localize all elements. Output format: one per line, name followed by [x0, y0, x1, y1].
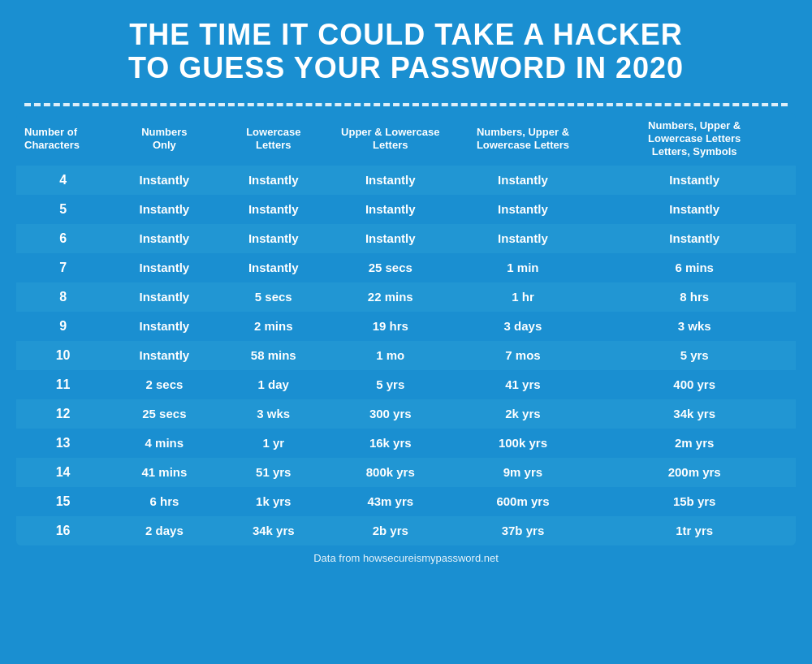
- table-row: 10Instantly58 mins1 mo7 mos5 yrs: [16, 341, 796, 370]
- time-cell: 15b yrs: [593, 487, 796, 516]
- col-header-upper-lower: Upper & LowercaseLetters: [328, 113, 453, 166]
- time-cell: 1 day: [219, 370, 328, 399]
- time-cell: 9m yrs: [453, 458, 594, 487]
- time-cell: 5 yrs: [328, 370, 453, 399]
- time-cell: 300 yrs: [328, 399, 453, 429]
- time-cell: 3 wks: [219, 399, 328, 429]
- table-row: 1225 secs3 wks300 yrs2k yrs34k yrs: [16, 399, 796, 429]
- time-cell: 4 mins: [110, 429, 218, 458]
- time-cell: Instantly: [110, 312, 218, 341]
- title-section: THE TIME IT COULD TAKE A HACKER TO GUESS…: [0, 0, 812, 93]
- table-row: 1441 mins51 yrs800k yrs9m yrs200m yrs: [16, 458, 796, 487]
- time-cell: 2k yrs: [453, 399, 594, 429]
- char-count-cell: 8: [16, 282, 110, 312]
- time-cell: 2 days: [110, 516, 218, 545]
- char-count-cell: 16: [16, 516, 110, 545]
- time-cell: Instantly: [219, 224, 328, 253]
- table-row: 4InstantlyInstantlyInstantlyInstantlyIns…: [16, 166, 796, 195]
- time-cell: 34k yrs: [219, 516, 328, 545]
- time-cell: Instantly: [328, 195, 453, 224]
- table-row: 6InstantlyInstantlyInstantlyInstantlyIns…: [16, 224, 796, 253]
- time-cell: 1 yr: [219, 429, 328, 458]
- time-cell: Instantly: [593, 166, 796, 195]
- char-count-cell: 7: [16, 253, 110, 282]
- table-body: 4InstantlyInstantlyInstantlyInstantlyIns…: [16, 166, 796, 545]
- time-cell: 37b yrs: [453, 516, 594, 545]
- time-cell: 41 mins: [110, 458, 218, 487]
- col-header-num-upper-lower: Numbers, Upper &Lowercase Letters: [453, 113, 594, 166]
- table-row: 112 secs1 day5 yrs41 yrs400 yrs: [16, 370, 796, 399]
- time-cell: Instantly: [110, 224, 218, 253]
- time-cell: 6 hrs: [110, 487, 218, 516]
- col-header-all: Numbers, Upper &Lowercase LettersLetters…: [593, 113, 796, 166]
- time-cell: 1k yrs: [219, 487, 328, 516]
- time-cell: 400 yrs: [593, 370, 796, 399]
- time-cell: 3 wks: [593, 312, 796, 341]
- char-count-cell: 5: [16, 195, 110, 224]
- char-count-cell: 11: [16, 370, 110, 399]
- time-cell: 5 yrs: [593, 341, 796, 370]
- time-cell: Instantly: [110, 166, 218, 195]
- time-cell: 6 mins: [593, 253, 796, 282]
- time-cell: 16k yrs: [328, 429, 453, 458]
- divider: [24, 103, 788, 106]
- col-header-numbers: NumbersOnly: [110, 113, 218, 166]
- time-cell: 2 mins: [219, 312, 328, 341]
- time-cell: Instantly: [110, 253, 218, 282]
- time-cell: Instantly: [110, 195, 218, 224]
- time-cell: Instantly: [219, 253, 328, 282]
- time-cell: Instantly: [219, 195, 328, 224]
- char-count-cell: 15: [16, 487, 110, 516]
- time-cell: 8 hrs: [593, 282, 796, 312]
- time-cell: 25 secs: [328, 253, 453, 282]
- password-table: Number ofCharacters NumbersOnly Lowercas…: [16, 113, 796, 545]
- time-cell: 7 mos: [453, 341, 594, 370]
- time-cell: Instantly: [110, 282, 218, 312]
- time-cell: 58 mins: [219, 341, 328, 370]
- footer-citation: Data from howsecureismypassword.net: [313, 545, 499, 567]
- time-cell: Instantly: [219, 166, 328, 195]
- time-cell: 5 secs: [219, 282, 328, 312]
- time-cell: 41 yrs: [453, 370, 594, 399]
- time-cell: 600m yrs: [453, 487, 594, 516]
- time-cell: 19 hrs: [328, 312, 453, 341]
- time-cell: 2m yrs: [593, 429, 796, 458]
- time-cell: 2 secs: [110, 370, 218, 399]
- time-cell: 51 yrs: [219, 458, 328, 487]
- time-cell: 1tr yrs: [593, 516, 796, 545]
- time-cell: 2b yrs: [328, 516, 453, 545]
- col-header-chars: Number ofCharacters: [16, 113, 110, 166]
- time-cell: 3 days: [453, 312, 594, 341]
- table-row: 5InstantlyInstantlyInstantlyInstantlyIns…: [16, 195, 796, 224]
- table-row: 7InstantlyInstantly25 secs1 min6 mins: [16, 253, 796, 282]
- time-cell: 1 min: [453, 253, 594, 282]
- col-header-lower: LowercaseLetters: [219, 113, 328, 166]
- time-cell: 800k yrs: [328, 458, 453, 487]
- time-cell: Instantly: [328, 224, 453, 253]
- data-table-container: Number ofCharacters NumbersOnly Lowercas…: [16, 113, 796, 545]
- time-cell: 1 hr: [453, 282, 594, 312]
- table-header-row: Number ofCharacters NumbersOnly Lowercas…: [16, 113, 796, 166]
- time-cell: Instantly: [453, 166, 594, 195]
- main-title: THE TIME IT COULD TAKE A HACKER TO GUESS…: [16, 18, 796, 85]
- char-count-cell: 14: [16, 458, 110, 487]
- time-cell: 100k yrs: [453, 429, 594, 458]
- time-cell: Instantly: [593, 224, 796, 253]
- time-cell: Instantly: [453, 224, 594, 253]
- time-cell: 200m yrs: [593, 458, 796, 487]
- table-row: 8Instantly5 secs22 mins1 hr8 hrs: [16, 282, 796, 312]
- time-cell: 1 mo: [328, 341, 453, 370]
- table-row: 9Instantly2 mins19 hrs3 days3 wks: [16, 312, 796, 341]
- table-row: 134 mins1 yr16k yrs100k yrs2m yrs: [16, 429, 796, 458]
- time-cell: Instantly: [328, 166, 453, 195]
- table-row: 156 hrs1k yrs43m yrs600m yrs15b yrs: [16, 487, 796, 516]
- time-cell: Instantly: [593, 195, 796, 224]
- char-count-cell: 12: [16, 399, 110, 429]
- time-cell: 43m yrs: [328, 487, 453, 516]
- char-count-cell: 13: [16, 429, 110, 458]
- char-count-cell: 9: [16, 312, 110, 341]
- time-cell: Instantly: [110, 341, 218, 370]
- time-cell: 22 mins: [328, 282, 453, 312]
- char-count-cell: 10: [16, 341, 110, 370]
- time-cell: Instantly: [453, 195, 594, 224]
